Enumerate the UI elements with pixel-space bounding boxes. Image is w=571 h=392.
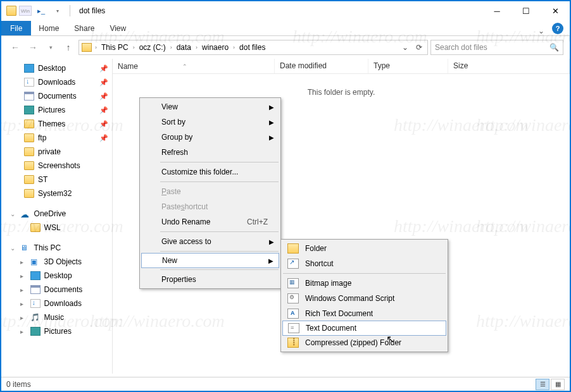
expand-icon[interactable]: ▸ bbox=[20, 300, 27, 307]
tab-home[interactable]: Home bbox=[31, 21, 66, 35]
pin-icon: 📌 bbox=[99, 64, 108, 73]
tree-item[interactable]: ▸System32 bbox=[1, 187, 112, 200]
chevron-right-icon[interactable]: › bbox=[93, 44, 99, 51]
chevron-right-icon[interactable]: › bbox=[231, 44, 237, 51]
col-type[interactable]: Type bbox=[368, 59, 448, 73]
tree-item[interactable]: ▸Downloads📌 bbox=[1, 75, 112, 89]
menu-undo-rename[interactable]: Undo RenameCtrl+Z bbox=[141, 214, 279, 230]
ribbon-collapse[interactable]: ⌄ bbox=[533, 27, 549, 35]
submenu-text-document[interactable]: Text Document bbox=[282, 321, 446, 336]
expand-icon[interactable]: ▸ bbox=[20, 286, 27, 293]
tree-label: Pictures bbox=[38, 106, 65, 114]
chevron-right-icon[interactable]: › bbox=[194, 44, 199, 51]
tree-label: This PC bbox=[34, 243, 61, 252]
onedrive-icon bbox=[20, 209, 30, 218]
submenu-folder[interactable]: Folder bbox=[282, 241, 446, 256]
tree-item[interactable]: ▸private bbox=[1, 145, 112, 159]
folder-icon bbox=[24, 119, 34, 128]
menu-give-access-to[interactable]: Give access to▶ bbox=[141, 234, 279, 249]
folder-icon bbox=[24, 133, 34, 142]
search-input[interactable]: Search dot files 🔍 bbox=[430, 40, 563, 55]
tree-item[interactable]: ▸Themes📌 bbox=[1, 117, 112, 131]
tree-item[interactable]: ▸Documents bbox=[1, 283, 112, 297]
tree-item[interactable]: ▸ST bbox=[1, 173, 112, 187]
help-icon[interactable]: ? bbox=[552, 23, 563, 34]
maximize-button[interactable]: ☐ bbox=[511, 1, 541, 20]
expand-icon[interactable]: ▸ bbox=[20, 273, 27, 279]
dl-icon bbox=[24, 78, 34, 87]
folder-icon bbox=[6, 6, 16, 16]
tree-item[interactable]: ▸Pictures📌 bbox=[1, 103, 112, 117]
address-dropdown[interactable]: ⌄ bbox=[398, 43, 412, 52]
up-button[interactable]: ↑ bbox=[61, 40, 76, 55]
submenu-rtf[interactable]: Rich Text Document bbox=[282, 306, 446, 321]
menu-paste-shortcut: Paste shortcut bbox=[141, 199, 279, 214]
tree-item[interactable]: ▸3D Objects bbox=[1, 255, 112, 269]
tree-item[interactable]: ⌄This PC bbox=[1, 241, 112, 255]
menu-sort-by[interactable]: Sort by▶ bbox=[141, 114, 279, 130]
tree-item[interactable]: ▸Desktop📌 bbox=[1, 61, 112, 75]
view-details-button[interactable]: ☰ bbox=[536, 379, 549, 390]
tree-item[interactable]: ▸WSL bbox=[1, 221, 112, 235]
expand-icon[interactable]: ▸ bbox=[20, 314, 27, 321]
zip-icon bbox=[287, 338, 299, 348]
menu-paste: Paste bbox=[141, 184, 279, 199]
col-name[interactable]: Name⌃ bbox=[113, 59, 275, 73]
breadcrumb[interactable]: ocz (C:) bbox=[137, 43, 168, 52]
qat-app-icon[interactable]: Win bbox=[19, 6, 32, 16]
submenu-shortcut[interactable]: Shortcut bbox=[282, 256, 446, 271]
tree-label: Pictures bbox=[44, 327, 72, 336]
txt-icon bbox=[288, 323, 299, 333]
expand-icon[interactable]: ▸ bbox=[20, 328, 27, 335]
tab-view[interactable]: View bbox=[102, 21, 134, 35]
menu-view[interactable]: View▶ bbox=[141, 99, 279, 114]
breadcrumb[interactable]: dot files bbox=[237, 43, 268, 52]
expand-icon[interactable]: ⌄ bbox=[10, 211, 16, 217]
tree-item[interactable]: ▸Desktop bbox=[1, 269, 112, 283]
tree-item[interactable]: ▸Pictures bbox=[1, 324, 112, 338]
context-menu: View▶ Sort by▶ Group by▶ Refresh Customi… bbox=[139, 97, 281, 289]
tree-item[interactable]: ▸Downloads bbox=[1, 297, 112, 310]
minimize-button[interactable]: ─ bbox=[482, 1, 511, 20]
menu-group-by[interactable]: Group by▶ bbox=[141, 130, 279, 145]
menu-properties[interactable]: Properties bbox=[141, 272, 279, 287]
col-date[interactable]: Date modified bbox=[275, 59, 368, 73]
breadcrumb[interactable]: winaero bbox=[199, 43, 231, 52]
tab-share[interactable]: Share bbox=[66, 21, 102, 35]
breadcrumb[interactable]: data bbox=[174, 43, 194, 52]
qat-powershell-icon[interactable]: ▸_ bbox=[34, 4, 48, 18]
back-button[interactable]: ← bbox=[8, 40, 23, 55]
breadcrumb[interactable]: This PC bbox=[99, 43, 131, 52]
chevron-right-icon: ▶ bbox=[268, 257, 273, 264]
chevron-right-icon[interactable]: › bbox=[168, 44, 174, 51]
file-tab[interactable]: File bbox=[1, 21, 31, 35]
submenu-cmd-script[interactable]: Windows Command Script bbox=[282, 291, 446, 306]
tree-item[interactable]: ▸Screenshots bbox=[1, 159, 112, 173]
tree-item[interactable]: ▸ftp📌 bbox=[1, 131, 112, 145]
tree-item[interactable]: ▸Music bbox=[1, 310, 112, 324]
view-large-button[interactable]: ▦ bbox=[551, 379, 565, 390]
expand-icon[interactable]: ⌄ bbox=[10, 245, 16, 252]
menu-refresh[interactable]: Refresh bbox=[141, 145, 279, 160]
recent-dropdown[interactable]: ▾ bbox=[43, 40, 58, 55]
refresh-button[interactable]: ⟳ bbox=[412, 43, 426, 52]
chevron-right-icon[interactable]: › bbox=[131, 44, 137, 51]
tree-item[interactable]: ▸Documents📌 bbox=[1, 89, 112, 103]
forward-button[interactable]: → bbox=[25, 40, 41, 55]
col-size[interactable]: Size bbox=[448, 59, 570, 73]
submenu-bitmap[interactable]: Bitmap image bbox=[282, 276, 446, 291]
close-button[interactable]: ✕ bbox=[541, 1, 570, 20]
expand-icon[interactable]: ▸ bbox=[20, 259, 27, 266]
tree-item[interactable]: ⌄OneDrive bbox=[1, 207, 112, 221]
rtf-icon bbox=[287, 309, 299, 319]
qat-dropdown[interactable]: ▾ bbox=[51, 4, 65, 18]
address-bar[interactable]: › This PC › ocz (C:) › data › winaero › … bbox=[78, 40, 428, 55]
menu-customize-folder[interactable]: Customize this folder... bbox=[141, 164, 279, 180]
menu-new[interactable]: New▶ bbox=[141, 253, 279, 268]
submenu-zip[interactable]: Compressed (zipped) Folder bbox=[282, 335, 446, 350]
search-icon[interactable]: 🔍 bbox=[549, 43, 559, 52]
bitmap-icon bbox=[287, 278, 299, 288]
tree-label: Documents bbox=[38, 92, 77, 101]
ribbon-tabs: File Home Share View ⌄ ? bbox=[1, 20, 570, 35]
nav-tree[interactable]: ▸Desktop📌▸Downloads📌▸Documents📌▸Pictures… bbox=[1, 59, 113, 374]
